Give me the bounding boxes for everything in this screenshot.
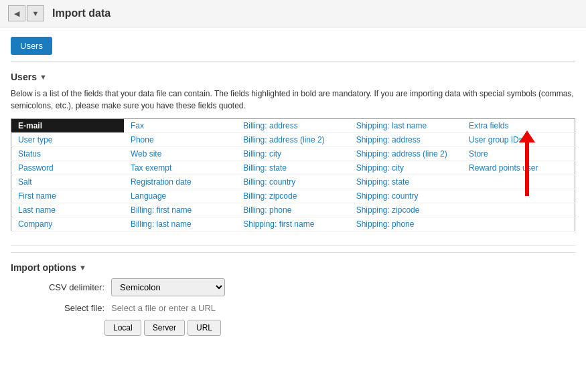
select-file-label: Select file: <box>31 303 104 313</box>
fields-table: E-mail Fax Billing: address Shipping: la… <box>11 118 575 231</box>
arrow-shaft <box>525 142 529 196</box>
csv-delimiter-select[interactable]: Semicolon Comma Tab Pipe <box>111 278 225 296</box>
field-billing-state: Billing: state <box>236 161 349 175</box>
field-password: Password <box>11 161 124 175</box>
field-status: Status <box>11 147 124 161</box>
field-billing-country: Billing: country <box>236 175 349 189</box>
nav-buttons: ◀ ▼ <box>8 5 44 21</box>
field-registration-date: Registration date <box>124 175 236 189</box>
tab-bar: Users <box>11 37 575 62</box>
field-billing-city: Billing: city <box>236 147 349 161</box>
import-options-chevron-icon: ▼ <box>79 264 86 272</box>
field-billing-firstname: Billing: first name <box>124 203 236 217</box>
table-row: Status Web site Billing: city Shipping: … <box>11 147 575 161</box>
csv-delimiter-row: CSV delimiter: Semicolon Comma Tab Pipe <box>31 278 575 296</box>
back-button[interactable]: ◀ <box>8 5 25 21</box>
field-shipping-zipcode: Shipping: zipcode <box>350 203 462 217</box>
field-company: Company <box>11 217 124 231</box>
section-divider <box>11 245 575 246</box>
users-description: Below is a list of the fields that your … <box>11 88 575 112</box>
field-shipping-state: Shipping: state <box>350 175 462 189</box>
title-bar: ◀ ▼ Import data <box>0 0 586 27</box>
red-arrow-indicator <box>519 132 535 196</box>
field-website: Web site <box>124 147 236 161</box>
field-shipping-country: Shipping: country <box>350 189 462 203</box>
field-empty4 <box>462 217 575 231</box>
field-fax: Fax <box>124 119 236 133</box>
users-section-header: Users ▼ <box>11 72 575 82</box>
field-email-mandatory: E-mail <box>11 119 124 133</box>
arrow-head-icon <box>519 130 535 142</box>
url-button[interactable]: URL <box>188 320 221 336</box>
main-content: Users Users ▼ Below is a list of the fie… <box>0 27 586 352</box>
table-row: Company Billing: last name Shipping: fir… <box>11 217 575 231</box>
field-shipping-city: Shipping: city <box>350 161 462 175</box>
field-billing-address: Billing: address <box>236 119 349 133</box>
table-row: First name Language Billing: zipcode Shi… <box>11 189 575 203</box>
select-file-row: Select file: Select a file or enter a UR… <box>31 303 575 313</box>
fields-container: E-mail Fax Billing: address Shipping: la… <box>11 118 575 231</box>
table-row: E-mail Fax Billing: address Shipping: la… <box>11 119 575 133</box>
table-row: Last name Billing: first name Billing: p… <box>11 203 575 217</box>
users-heading: Users <box>11 72 37 82</box>
field-empty3 <box>462 203 575 217</box>
field-billing-phone: Billing: phone <box>236 203 349 217</box>
field-shipping-phone: Shipping: phone <box>350 217 462 231</box>
field-billing-lastname: Billing: last name <box>124 217 236 231</box>
import-options-section: Import options ▼ CSV delimiter: Semicolo… <box>11 252 575 336</box>
field-shipping-lastname: Shipping: last name <box>350 119 462 133</box>
csv-delimiter-label: CSV delimiter: <box>31 282 104 292</box>
field-shipping-address2: Shipping: address (line 2) <box>350 147 462 161</box>
server-button[interactable]: Server <box>144 320 185 336</box>
field-billing-address2: Billing: address (line 2) <box>236 133 349 147</box>
field-tax-exempt: Tax exempt <box>124 161 236 175</box>
tab-users[interactable]: Users <box>11 37 52 55</box>
table-row: User type Phone Billing: address (line 2… <box>11 133 575 147</box>
menu-button[interactable]: ▼ <box>27 5 44 21</box>
table-row: Salt Registration date Billing: country … <box>11 175 575 189</box>
file-placeholder-text: Select a file or enter a URL <box>111 303 216 313</box>
field-salt: Salt <box>11 175 124 189</box>
field-user-type: User type <box>11 133 124 147</box>
field-shipping-address: Shipping: address <box>350 133 462 147</box>
table-row: Password Tax exempt Billing: state Shipp… <box>11 161 575 175</box>
page-title: Import data <box>52 7 111 19</box>
field-phone: Phone <box>124 133 236 147</box>
field-lastname: Last name <box>11 203 124 217</box>
users-section: Users ▼ Below is a list of the fields th… <box>11 72 575 231</box>
field-language: Language <box>124 189 236 203</box>
import-options-header: Import options ▼ <box>11 262 575 273</box>
field-billing-zipcode: Billing: zipcode <box>236 189 349 203</box>
field-shipping-firstname: Shipping: first name <box>236 217 349 231</box>
import-options-heading: Import options <box>11 262 76 273</box>
local-button[interactable]: Local <box>104 320 141 336</box>
file-action-buttons: Local Server URL <box>104 320 575 336</box>
field-firstname: First name <box>11 189 124 203</box>
users-chevron-icon: ▼ <box>40 73 47 81</box>
